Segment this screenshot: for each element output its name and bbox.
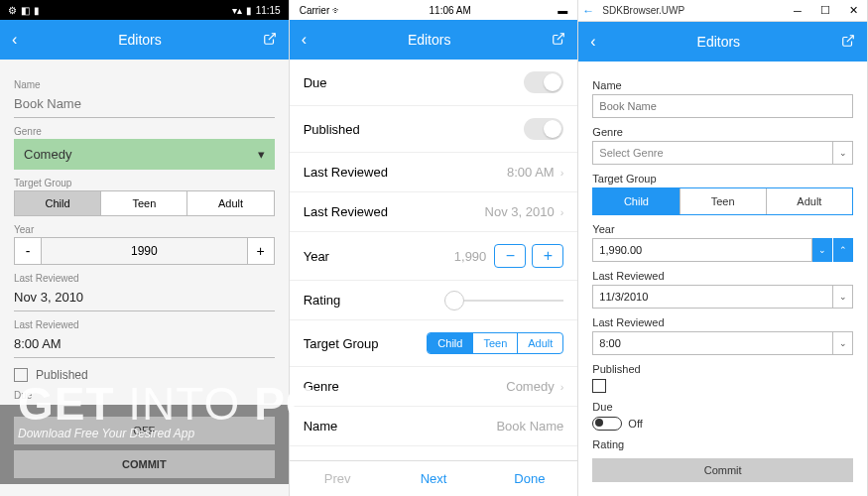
target-group-segment: Child Teen Adult xyxy=(592,187,853,215)
chevron-right-icon: › xyxy=(560,381,564,393)
done-button[interactable]: Done xyxy=(481,461,577,496)
published-checkbox[interactable] xyxy=(592,379,606,393)
minimize-button[interactable]: ─ xyxy=(784,5,811,17)
due-toggle[interactable]: OFF xyxy=(14,417,275,444)
time-value: 8:00 AM xyxy=(507,165,555,180)
target-teen[interactable]: Teen xyxy=(473,333,518,353)
battery-icon: ▬ xyxy=(558,5,567,16)
target-child[interactable]: Child xyxy=(15,191,101,215)
published-toggle[interactable] xyxy=(524,118,563,140)
genre-label: Genre xyxy=(304,379,339,394)
last-reviewed-label-2: Last Reviewed xyxy=(304,204,388,219)
uwp-form: Name Genre Select Genre ⌄ Target Group C… xyxy=(578,62,867,496)
doc-icon: ▮ xyxy=(34,5,40,16)
year-plus-button[interactable]: + xyxy=(247,237,275,265)
year-label: Year xyxy=(592,223,853,235)
android-status-bar: ⚙ ◧ ▮ ▾▴ ▮ 11:15 xyxy=(0,0,289,20)
year-plus-button[interactable]: + xyxy=(532,244,563,268)
page-title: Editors xyxy=(17,32,262,48)
due-row: Due xyxy=(290,60,578,106)
date-row[interactable]: Last Reviewed Nov 3, 2010› xyxy=(290,192,578,232)
published-label: Published xyxy=(36,368,88,382)
year-minus-button[interactable]: - xyxy=(14,237,42,265)
date-field[interactable]: Nov 3, 2010 xyxy=(14,286,275,311)
bottom-block: OFF COMMIT xyxy=(0,405,289,484)
target-teen[interactable]: Teen xyxy=(681,188,767,214)
external-link-icon[interactable] xyxy=(841,34,855,51)
rating-label: Rating xyxy=(592,438,853,450)
maximize-button[interactable]: ☐ xyxy=(811,4,839,17)
genre-label: Genre xyxy=(14,126,275,137)
square-icon: ◧ xyxy=(21,5,30,16)
date-value: 11/3/2010 xyxy=(592,285,833,309)
published-row: Published xyxy=(14,368,275,382)
target-child[interactable]: Child xyxy=(428,333,473,353)
android-form: Name Genre Comedy ▾ Target Group Child T… xyxy=(0,60,289,496)
last-reviewed-label: Last Reviewed xyxy=(14,273,275,284)
year-value[interactable]: 1,990.00 xyxy=(592,238,812,262)
next-button[interactable]: Next xyxy=(386,461,482,496)
target-child[interactable]: Child xyxy=(593,188,680,214)
prev-button[interactable]: Prev xyxy=(290,461,386,496)
page-title: Editors xyxy=(307,32,552,48)
name-input[interactable] xyxy=(14,92,275,118)
target-group-segment: Child Teen Adult xyxy=(14,190,275,216)
svg-line-2 xyxy=(847,35,853,41)
genre-select[interactable]: Comedy ▾ xyxy=(14,139,275,170)
rating-slider[interactable] xyxy=(444,300,563,302)
android-panel: ⚙ ◧ ▮ ▾▴ ▮ 11:15 ‹ Editors Name Genre Co… xyxy=(0,0,290,496)
page-title: Editors xyxy=(596,34,841,50)
spin-down-button[interactable]: ⌄ xyxy=(812,238,832,262)
genre-label: Genre xyxy=(592,126,853,138)
target-group-label: Target Group xyxy=(304,336,379,351)
back-square-icon[interactable]: ← xyxy=(578,4,598,18)
target-adult[interactable]: Adult xyxy=(767,188,852,214)
genre-row[interactable]: Genre Comedy› xyxy=(290,367,578,407)
spin-up-button[interactable]: ⌃ xyxy=(833,238,853,262)
last-reviewed-label-2: Last Reviewed xyxy=(14,319,275,330)
target-teen[interactable]: Teen xyxy=(101,191,187,215)
published-label: Published xyxy=(592,363,853,375)
due-label: Due xyxy=(592,401,853,413)
last-reviewed-label: Last Reviewed xyxy=(304,165,388,180)
name-input[interactable] xyxy=(592,94,853,118)
date-select[interactable]: 11/3/2010 ⌄ xyxy=(592,285,853,309)
commit-button[interactable]: COMMIT xyxy=(14,450,275,478)
uwp-titlebar: ← SDKBrowser.UWP ─ ☐ ✕ xyxy=(578,0,867,22)
target-group-row: Target Group Child Teen Adult xyxy=(290,320,578,367)
genre-select[interactable]: Select Genre ⌄ xyxy=(592,141,853,165)
rating-label: Rating xyxy=(304,293,341,308)
target-adult[interactable]: Adult xyxy=(187,191,273,215)
external-link-icon[interactable] xyxy=(263,32,277,49)
year-row: Year 1,990 − + xyxy=(290,232,578,281)
chevron-right-icon: › xyxy=(560,167,564,179)
published-row: Published xyxy=(290,106,578,153)
name-placeholder: Book Name xyxy=(496,419,563,434)
external-link-icon[interactable] xyxy=(552,32,565,49)
due-label: Due xyxy=(14,390,275,401)
year-label: Year xyxy=(14,224,275,235)
close-button[interactable]: ✕ xyxy=(839,4,867,17)
time-row[interactable]: Last Reviewed 8:00 AM› xyxy=(290,153,578,192)
name-label: Name xyxy=(304,419,338,434)
clock-text: 11:06 AM xyxy=(430,5,471,16)
commit-button[interactable]: Commit xyxy=(592,458,853,482)
year-minus-button[interactable]: − xyxy=(494,244,526,268)
slider-thumb[interactable] xyxy=(444,291,464,310)
ios-topbar: ‹ Editors xyxy=(290,20,578,60)
due-switch[interactable] xyxy=(592,417,622,431)
time-value: 8:00 xyxy=(592,331,833,355)
due-toggle[interactable] xyxy=(524,71,563,93)
time-field[interactable]: 8:00 AM xyxy=(14,332,275,358)
name-label: Name xyxy=(14,79,275,90)
name-row[interactable]: Name Book Name xyxy=(290,407,578,446)
chevron-down-icon: ⌄ xyxy=(833,141,853,165)
published-checkbox[interactable] xyxy=(14,368,28,382)
window-title: SDKBrowser.UWP xyxy=(598,5,784,16)
last-reviewed-label-2: Last Reviewed xyxy=(592,316,853,328)
date-value: Nov 3, 2010 xyxy=(485,204,555,219)
ios-status-bar: Carrier ᯤ 11:06 AM ▬ xyxy=(290,0,578,20)
time-select[interactable]: 8:00 ⌄ xyxy=(592,331,853,355)
android-topbar: ‹ Editors xyxy=(0,20,289,60)
target-adult[interactable]: Adult xyxy=(518,333,562,353)
